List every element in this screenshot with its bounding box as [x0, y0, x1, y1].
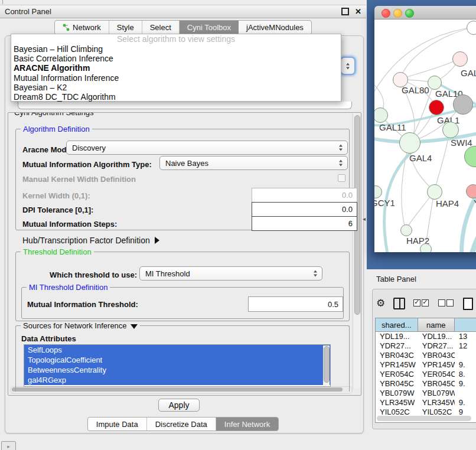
gear-icon[interactable]: ⚙: [376, 298, 385, 309]
node-label: GAL: [461, 68, 476, 78]
node-table: shared... name YDL19...YDL19...13YDR27..…: [375, 318, 476, 423]
mi-steps-label: Mutual Information Steps:: [22, 220, 117, 229]
table-horizontal-scrollbar[interactable]: [377, 416, 471, 421]
network-node[interactable]: [429, 100, 444, 115]
attribute-item[interactable]: BetweennessCentrality: [24, 365, 330, 375]
apply-button[interactable]: Apply: [158, 399, 200, 412]
network-node[interactable]: [400, 224, 412, 236]
hub-definition-expander[interactable]: Hub/Transcription Factor Definition: [22, 236, 159, 245]
combo-arrows-icon: [339, 145, 343, 151]
network-window-titlebar[interactable]: [374, 6, 476, 19]
network-node[interactable]: [427, 184, 442, 200]
attribute-item[interactable]: SelfLoops: [24, 345, 330, 355]
algorithm-option[interactable]: Bayesian – K2: [11, 83, 341, 92]
tab-infer-network[interactable]: Infer Network: [216, 418, 278, 431]
node-label: HAP4: [436, 198, 459, 208]
data-attributes-label: Data Attributes: [21, 334, 76, 343]
float-window-icon[interactable]: [341, 8, 349, 15]
table-cell: 9.: [455, 360, 476, 370]
algorithm-dropdown-popup: Select algorithm to view settings Bayesi…: [11, 34, 341, 102]
data-attributes-list[interactable]: SelfLoopsTopologicalCoefficientBetweenne…: [24, 344, 331, 387]
which-threshold-combo[interactable]: MI Threshold: [139, 266, 322, 281]
tab-network[interactable]: Network: [55, 21, 109, 34]
attribute-item[interactable]: gal4RGexp: [24, 375, 330, 385]
algorithm-option[interactable]: Bayesian – Hill Climbing: [11, 44, 341, 54]
network-node[interactable]: [442, 122, 459, 138]
bottom-tabbar: Impute Data Discretize Data Infer Networ…: [0, 417, 366, 431]
deselect-all-icon[interactable]: [438, 298, 455, 309]
column-header-shared-name[interactable]: shared...: [376, 318, 418, 331]
settings-vertical-scrollbar[interactable]: [353, 113, 360, 389]
network-node[interactable]: [428, 76, 442, 90]
table-cell: YPR145W: [376, 360, 418, 370]
combo-arrows-icon: [346, 63, 350, 69]
tab-jactivemnodules[interactable]: jActiveMNodules: [239, 21, 311, 34]
table-body: YDL19...YDL19...13YDR27...YDR27...12YBR0…: [376, 332, 476, 417]
table-cell: 8.: [455, 370, 476, 379]
mi-threshold-input[interactable]: 0.5: [248, 296, 343, 312]
close-icon[interactable]: ✕: [355, 9, 361, 14]
column-header-third[interactable]: [455, 318, 476, 331]
threshold-definition-title: Threshold Definition: [21, 247, 94, 256]
tab-select[interactable]: Select: [142, 21, 180, 34]
table-row[interactable]: YDL19...YDL19...13: [376, 332, 476, 341]
table-row[interactable]: YLR345WYLR345W9.: [376, 398, 476, 407]
network-view-window: GALGAL80GAL10GAL1GAL11SWI4GAL4GCY1HAP4YH…: [374, 6, 476, 252]
minimize-traffic-light[interactable]: [393, 9, 402, 18]
columns-icon[interactable]: [393, 298, 405, 309]
dpi-tolerance-input[interactable]: 0.0: [252, 202, 357, 217]
tab-network-label: Network: [73, 23, 101, 32]
column-header-name[interactable]: name: [418, 318, 455, 331]
manual-kernel-checkbox[interactable]: [338, 174, 345, 182]
mi-threshold-label: Mutual Information Threshold:: [27, 300, 138, 309]
network-node[interactable]: [466, 184, 476, 198]
algorithm-option[interactable]: ARACNE Algorithm: [11, 63, 341, 73]
zoom-traffic-light[interactable]: [405, 9, 414, 18]
network-node[interactable]: [453, 94, 473, 115]
new-table-icon[interactable]: [463, 298, 473, 310]
table-row[interactable]: YBR045CYBR045C9.: [376, 379, 476, 389]
splitter-handle[interactable]: ◂: [363, 216, 367, 223]
attribute-item[interactable]: TopologicalCoefficient: [24, 355, 330, 365]
table-cell: 13: [455, 332, 476, 341]
node-label: GAL4: [409, 153, 432, 163]
table-cell: YBL079W: [376, 389, 418, 398]
table-header: shared... name: [376, 318, 476, 332]
kernel-width-input[interactable]: 0.0: [252, 188, 357, 203]
algorithm-option[interactable]: Mutual Information Inference: [11, 73, 341, 83]
algorithm-option[interactable]: Dream8 DC_TDC Algorithm: [11, 92, 341, 102]
inference-algorithm-combo-fragment[interactable]: [340, 57, 356, 75]
table-cell: 9.: [455, 379, 476, 389]
table-cell: YBR045C: [418, 379, 455, 389]
tab-impute-data[interactable]: Impute Data: [88, 418, 147, 431]
network-node[interactable]: [452, 51, 468, 67]
table-row[interactable]: YPR145WYPR145W9.: [376, 360, 476, 370]
table-row[interactable]: YBL079WYBL079W: [376, 389, 476, 398]
aracne-mode-combo[interactable]: Discovery: [66, 141, 348, 155]
select-all-icon[interactable]: [413, 298, 430, 309]
tab-style[interactable]: Style: [109, 21, 142, 34]
dpi-tolerance-label: DPI Tolerance [0,1]:: [22, 206, 93, 214]
attr-scroll-thumb[interactable]: [324, 346, 330, 383]
mi-steps-input[interactable]: 6: [252, 216, 357, 231]
node-label: GAL11: [379, 122, 406, 132]
table-cell: YER054C: [418, 370, 455, 379]
kernel-width-label: Kernel Width (0,1):: [22, 191, 90, 200]
mi-algorithm-type-combo[interactable]: Naive Bayes: [159, 156, 348, 170]
panel-collapse-button[interactable]: ▸: [1, 441, 16, 450]
table-row[interactable]: YDR27...YDR27...12: [376, 341, 476, 351]
algorithm-option[interactable]: Basic Correlation Inference: [11, 54, 341, 63]
attr-list-scrollbar[interactable]: [323, 345, 330, 386]
network-canvas[interactable]: GALGAL80GAL10GAL1GAL11SWI4GAL4GCY1HAP4YH…: [374, 19, 476, 252]
table-cell: 12: [455, 341, 476, 351]
table-row[interactable]: YBR043CYBR043C: [376, 351, 476, 360]
network-node[interactable]: [420, 243, 432, 252]
table-cell: YDL19...: [418, 332, 455, 341]
control-panel-titlebar: Control Panel ✕: [0, 5, 366, 18]
tab-discretize-data[interactable]: Discretize Data: [147, 418, 216, 431]
table-row[interactable]: YER054CYER054C8.: [376, 370, 476, 379]
close-traffic-light[interactable]: [382, 9, 390, 18]
tab-cyni-toolbox[interactable]: Cyni Toolbox: [180, 21, 239, 34]
network-node[interactable]: [399, 132, 420, 154]
table-cell: YLR345W: [376, 398, 418, 407]
